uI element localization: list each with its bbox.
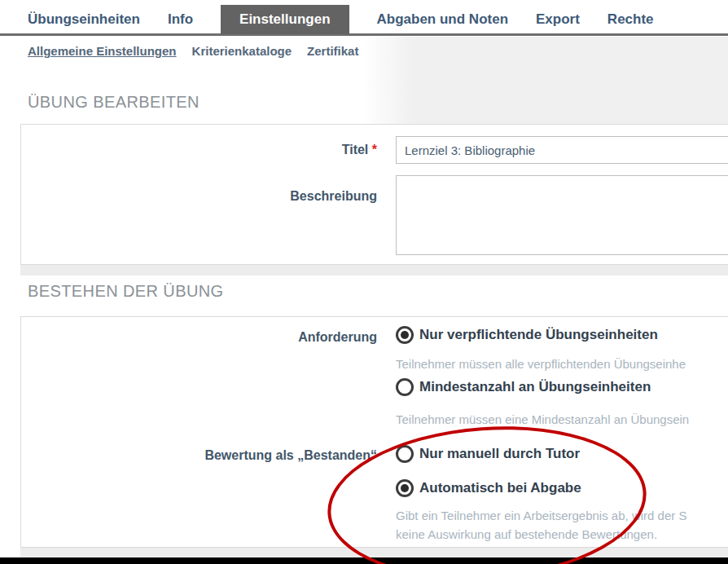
radio-option-label: Nur manuell durch Tutor [419,446,580,462]
radio-option-label: Automatisch bei Abgabe [419,480,581,496]
tab-einstellungen[interactable]: Einstellungen [221,5,349,34]
section-title-bestehen-der-uebung: BESTEHEN DER ÜBUNG [28,282,224,301]
radio-unchecked-icon[interactable] [396,445,414,463]
tab-uebungseinheiten[interactable]: Übungseinheiten [28,5,140,34]
anforderung-label: Anforderung [21,330,377,345]
form-panel-uebung-bearbeiten: Titel * Beschreibung [20,124,728,265]
help-text-abgabe-line1: Gibt ein Teilnehmer ein Arbeitsergebnis … [396,509,686,522]
radio-option-mindestanzahl[interactable]: Mindestanzahl an Übungseinheiten [396,378,651,396]
tab-info[interactable]: Info [168,5,193,34]
required-asterisk: * [372,143,377,156]
section-gap-band [20,265,728,275]
radio-unchecked-icon[interactable] [396,378,414,396]
radio-option-label: Nur verpflichtende Übungseinheiten [419,327,658,343]
beschreibung-label: Beschreibung [21,189,377,204]
titel-label-text: Titel [342,143,369,156]
tab-abgaben-und-noten[interactable]: Abgaben und Noten [377,5,508,34]
radio-option-nur-manuell[interactable]: Nur manuell durch Tutor [396,445,580,463]
radio-option-nur-verpflichtende[interactable]: Nur verpflichtende Übungseinheiten [396,326,658,344]
help-text-abgabe-line2: keine Auswirkung auf bestehende Bewertun… [396,527,657,541]
tab-export[interactable]: Export [536,5,580,34]
bewertung-label: Bewertung als „Bestanden“ [21,448,377,463]
titel-input[interactable] [396,136,728,164]
tab-rechte[interactable]: Rechte [607,5,654,34]
subtab-allgemeine-einstellungen[interactable]: Allgemeine Einstellungen [28,44,177,58]
bottom-gap-band [20,548,728,557]
form-panel-bestehen: Anforderung Nur verpflichtende Übungsein… [20,316,728,548]
crop-border-bottom [0,557,728,564]
background-wash [362,37,728,124]
beschreibung-textarea[interactable] [396,175,728,255]
radio-option-label: Mindestanzahl an Übungseinheiten [419,379,651,395]
subtab-kriterienkataloge[interactable]: Kriterienkataloge [192,44,292,58]
main-tab-bar: Übungseinheiten Info Einstellungen Abgab… [28,5,654,34]
settings-page: Übungseinheiten Info Einstellungen Abgab… [0,0,728,564]
help-text-mindestanzahl: Teilnehmer müssen eine Mindestanzahl an … [396,412,689,426]
radio-checked-icon[interactable] [396,326,414,344]
section-title-uebung-bearbeiten: ÜBUNG BEARBEITEN [28,93,200,112]
subtab-zertifikat[interactable]: Zertifikat [307,44,358,58]
sub-tab-bar: Allgemeine Einstellungen Kriterienkatalo… [28,44,358,58]
radio-option-automatisch[interactable]: Automatisch bei Abgabe [396,479,581,497]
titel-label: Titel * [21,143,377,157]
help-text-verpflichtende: Teilnehmer müssen alle verpflichtenden Ü… [396,357,686,371]
radio-checked-icon[interactable] [396,479,414,497]
